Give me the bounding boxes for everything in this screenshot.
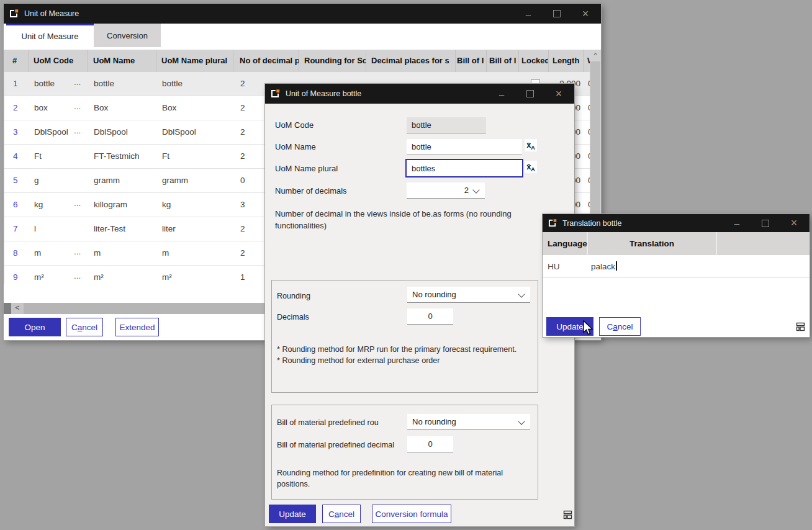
maximize-button[interactable] [543, 4, 571, 24]
uom-plural-cell: kg [157, 193, 234, 217]
app-logo-icon [271, 89, 281, 99]
titlebar[interactable]: Unit of Measure bottle – × [265, 84, 574, 104]
translation-cell[interactable]: palack [591, 255, 617, 278]
bom-rounding-label: Bill of material predefined rou [277, 418, 408, 427]
ellipsis-button[interactable]: ... [74, 72, 88, 96]
column-header[interactable]: UoM Name plural [156, 50, 233, 72]
rounding-help-line2: * Rounding method for external purchase … [277, 355, 531, 366]
row-number: 3 [4, 120, 29, 144]
maximize-button[interactable] [516, 84, 544, 104]
ellipsis-button[interactable] [74, 217, 88, 241]
uom-name-plural-field[interactable]: bottles [405, 159, 523, 177]
minimize-button[interactable]: – [487, 84, 516, 104]
dialog-unit-of-measure-bottle: Unit of Measure bottle – × UoM Code bott… [265, 84, 574, 526]
cancel-button-label: Cancel [328, 510, 354, 519]
uom-name-cell: DblSpool [89, 120, 157, 144]
cancel-button[interactable]: Cancel [66, 318, 103, 336]
uom-name-cell: liter-Test [89, 217, 157, 241]
extended-button-label: Extended [119, 323, 155, 332]
titlebar[interactable]: Translation bottle – × [543, 214, 810, 232]
width-cell: 0.000 [584, 96, 590, 120]
bom-rounding-select[interactable]: No rounding [407, 414, 530, 430]
table-header: # UoM Code UoM Name UoM Name plural No o… [4, 50, 590, 72]
width-cell: 0.000 [584, 169, 590, 192]
titlebar[interactable]: Unit of Measure – × [4, 4, 601, 24]
row-number: 2 [4, 96, 29, 120]
column-header[interactable]: Locked [519, 50, 549, 72]
bom-decimals-label: Bill of material predefined decimal [277, 441, 408, 449]
update-button[interactable]: Update [269, 505, 316, 523]
chevron-down-icon [472, 186, 479, 193]
column-header[interactable]: Bill of I [456, 50, 487, 72]
cancel-button[interactable]: Cancel [599, 317, 641, 336]
ellipsis-button[interactable]: ... [74, 241, 88, 265]
uom-plural-cell: gramm [157, 169, 234, 192]
uom-plural-cell: DblSpool [157, 120, 234, 144]
uom-plural-cell: Box [157, 96, 234, 120]
rounding-select[interactable]: No rounding [407, 287, 530, 303]
translation-table-header: Language Translation [543, 232, 810, 255]
mouse-cursor [582, 320, 595, 336]
number-of-decimals-select[interactable]: 2 [407, 182, 485, 199]
ellipsis-button[interactable] [74, 169, 88, 192]
minimize-button[interactable]: – [514, 4, 543, 24]
conversion-formula-button[interactable]: Conversion formula [372, 505, 451, 523]
uom-plural-cell: m [157, 241, 234, 265]
language-column-header[interactable]: Language [543, 232, 588, 255]
maximize-button[interactable] [751, 214, 780, 232]
cancel-button[interactable]: Cancel [322, 505, 361, 523]
minimize-button[interactable]: – [723, 214, 751, 232]
column-header[interactable]: UoM Code [29, 50, 88, 72]
number-of-decimals-label: Number of decimals [275, 186, 405, 196]
scroll-up-icon[interactable]: ^ [590, 50, 601, 61]
translation-column-header[interactable]: Translation [588, 232, 717, 255]
column-header[interactable]: # [4, 50, 29, 72]
tab-bar: Unit of Measure Conversion [4, 24, 601, 50]
open-button[interactable]: Open [9, 318, 61, 336]
open-button-label: Open [24, 323, 45, 332]
extended-button[interactable]: Extended [115, 318, 159, 336]
translate-icon[interactable]: x̄A [525, 161, 537, 173]
update-button-label: Update [556, 322, 584, 331]
ellipsis-button[interactable]: ... [74, 266, 88, 284]
ellipsis-button[interactable]: ... [74, 193, 88, 217]
column-header[interactable]: No of decimal p [233, 50, 299, 72]
conversion-formula-label: Conversion formula [375, 510, 448, 519]
uom-name-field[interactable]: bottle [407, 139, 522, 155]
decimals-field[interactable]: 0 [407, 308, 453, 325]
form-layout-icon[interactable] [796, 322, 806, 331]
column-header[interactable]: W [584, 50, 590, 72]
translation-row[interactable]: HU palack [543, 255, 810, 278]
horizontal-scrollbar-thumb[interactable] [4, 303, 11, 314]
tab-unit-of-measure[interactable]: Unit of Measure [6, 24, 94, 47]
scroll-left-icon[interactable]: < [11, 303, 24, 314]
uom-code-label: UoM Code [275, 120, 405, 130]
tab-conversion[interactable]: Conversion [94, 24, 161, 47]
rounding-label: Rounding [277, 292, 408, 300]
ellipsis-button[interactable] [74, 145, 88, 168]
form-layout-icon[interactable] [563, 510, 573, 519]
column-header[interactable]: Rounding for Sc [299, 50, 366, 72]
bom-groupbox: Bill of material predefined rou No round… [271, 405, 538, 500]
close-button[interactable]: × [544, 84, 573, 104]
maximize-icon [762, 220, 769, 227]
bom-decimals-field[interactable]: 0 [407, 436, 453, 452]
close-button[interactable]: × [571, 4, 600, 24]
row-number: 7 [4, 217, 29, 241]
maximize-icon [553, 10, 561, 17]
column-header[interactable]: Decimal places for s [366, 50, 456, 72]
uom-plural-cell: liter [157, 217, 234, 241]
row-number: 5 [4, 169, 29, 192]
window-title: Unit of Measure [24, 9, 79, 18]
width-cell: 0.000 [584, 72, 590, 96]
ellipsis-button[interactable]: ... [74, 96, 88, 120]
close-button[interactable]: × [780, 214, 808, 232]
ellipsis-button[interactable]: ... [74, 120, 88, 144]
column-header[interactable]: Length [549, 50, 584, 72]
app-logo-icon [9, 9, 19, 19]
column-header[interactable]: Bill of I [487, 50, 519, 72]
uom-name-cell: killogram [89, 193, 157, 217]
column-header[interactable]: UoM Name [88, 50, 156, 72]
cancel-button-label: Cancel [607, 322, 633, 331]
translate-icon[interactable]: x̄A [525, 139, 537, 151]
